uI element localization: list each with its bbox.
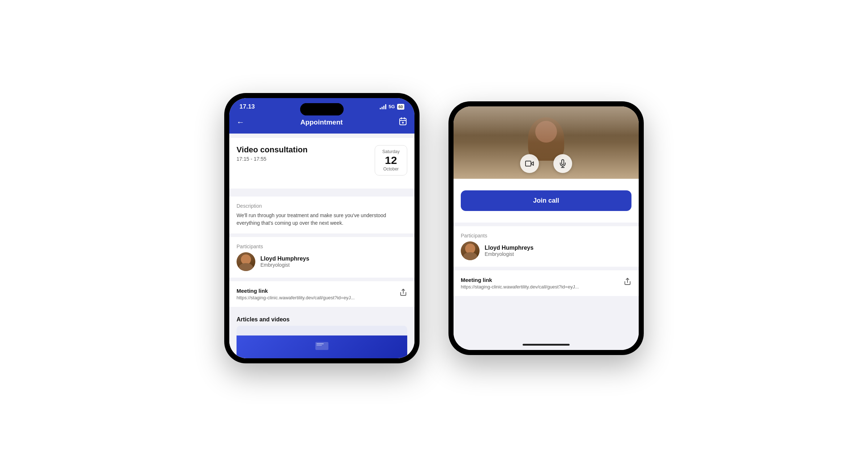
- phone-1: 17.13 5G 60 ← Appointment: [224, 93, 420, 363]
- articles-label: Articles and videos: [229, 311, 414, 326]
- status-time: 17.13: [239, 103, 255, 110]
- participant-row-1: Lloyd Humphreys Embryologist: [237, 252, 407, 271]
- camera-button[interactable]: [520, 154, 539, 173]
- status-icons: 5G 60: [380, 104, 404, 110]
- mic-button[interactable]: [553, 154, 572, 173]
- calendar-add-icon[interactable]: [399, 117, 407, 128]
- nav-title: Appointment: [300, 118, 342, 126]
- date-day-name: Saturday: [381, 149, 401, 154]
- phone-content-1: Video consultation 17:15 - 17:55 Saturda…: [229, 134, 414, 358]
- home-bar: [523, 344, 570, 346]
- date-month: October: [381, 166, 401, 172]
- appointment-title: Video consultation: [237, 145, 307, 155]
- meeting-link-row-2: Meeting link https://staging-clinic.wawa…: [461, 277, 631, 290]
- meeting-link-label-2: Meeting link: [461, 277, 579, 283]
- participant-role-2: Embryologist: [485, 251, 533, 257]
- participant-name-2: Lloyd Humphreys: [485, 245, 533, 251]
- video-controls: [520, 154, 572, 173]
- meeting-link-url-2[interactable]: https://staging-clinic.wawafertility.dev…: [461, 284, 579, 290]
- appointment-time: 17:15 - 17:55: [237, 156, 307, 162]
- bottom-spacer: [454, 296, 639, 339]
- video-preview: [454, 106, 639, 179]
- signal-icon: [380, 104, 386, 109]
- participant-role-1: Embryologist: [260, 262, 309, 268]
- phone2-content: Join call: [454, 179, 639, 223]
- share-icon-1[interactable]: [399, 288, 407, 298]
- svg-rect-8: [316, 343, 324, 344]
- participants-label-2: Participants: [461, 233, 631, 238]
- article-thumbnail[interactable]: [237, 326, 407, 358]
- meeting-link-text-1: Meeting link https://staging-clinic.wawa…: [237, 288, 355, 300]
- participant-row-2: Lloyd Humphreys Embryologist: [461, 241, 631, 260]
- phone-2: Join call Participants Lloyd Humphreys E…: [448, 101, 644, 355]
- svg-rect-9: [316, 345, 322, 346]
- back-button[interactable]: ←: [237, 118, 244, 127]
- participant-info-2: Lloyd Humphreys Embryologist: [485, 245, 533, 257]
- date-day-num: 12: [381, 155, 401, 166]
- articles-section: Articles and videos: [229, 311, 414, 358]
- date-box: Saturday 12 October: [375, 145, 407, 176]
- appointment-card: Video consultation 17:15 - 17:55 Saturda…: [229, 138, 414, 189]
- battery-icon: 60: [397, 104, 404, 110]
- article-thumb-inner: [237, 335, 407, 358]
- meeting-link-label-1: Meeting link: [237, 288, 355, 294]
- meeting-link-url-1[interactable]: https://staging-clinic.wawafertility.dev…: [237, 295, 355, 300]
- meeting-link-section-2: Meeting link https://staging-clinic.wawa…: [454, 270, 639, 296]
- meeting-link-section-1: Meeting link https://staging-clinic.wawa…: [229, 281, 414, 307]
- participant-info-1: Lloyd Humphreys Embryologist: [260, 256, 309, 268]
- meeting-link-text-2: Meeting link https://staging-clinic.wawa…: [461, 277, 579, 290]
- description-text: We'll run through your treatment and mak…: [237, 212, 407, 227]
- status-bar-1: 17.13 5G 60: [229, 98, 414, 113]
- participants-section-1: Participants Lloyd Humphreys Embryologis…: [229, 237, 414, 278]
- svg-rect-11: [526, 161, 531, 166]
- meeting-link-row-1: Meeting link https://staging-clinic.wawa…: [237, 288, 407, 300]
- share-icon-2[interactable]: [624, 278, 631, 287]
- svg-marker-10: [531, 162, 533, 165]
- home-indicator-2: [454, 339, 639, 350]
- network-label: 5G: [388, 104, 395, 109]
- description-section: Description We'll run through your treat…: [229, 197, 414, 233]
- participants-label-1: Participants: [237, 244, 407, 249]
- avatar-1: [237, 252, 255, 271]
- avatar-2: [461, 241, 480, 260]
- appointment-info: Video consultation 17:15 - 17:55: [237, 145, 307, 162]
- appointment-header: Video consultation 17:15 - 17:55 Saturda…: [237, 145, 407, 176]
- description-label: Description: [237, 203, 407, 209]
- svg-rect-7: [315, 342, 328, 350]
- join-call-button[interactable]: Join call: [461, 190, 631, 211]
- participant-name-1: Lloyd Humphreys: [260, 256, 309, 262]
- nav-bar-1: ← Appointment: [229, 113, 414, 134]
- participants-section-2: Participants Lloyd Humphreys Embryologis…: [454, 226, 639, 267]
